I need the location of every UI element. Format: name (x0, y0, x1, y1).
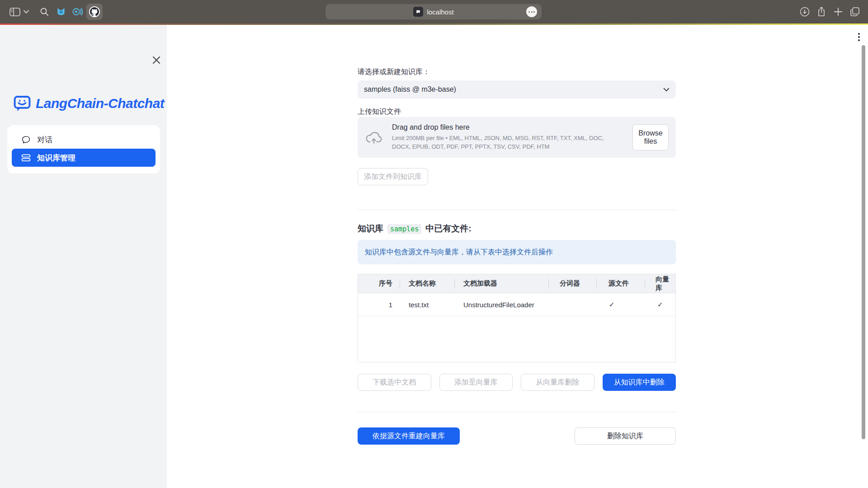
scrollbar[interactable] (862, 45, 865, 439)
page-favicon (413, 7, 423, 17)
col-header-source: 源文件 (596, 274, 645, 293)
tab-overview-icon[interactable] (849, 0, 861, 23)
download-selected-button[interactable]: 下载选中文档 (358, 374, 431, 391)
chevron-down-icon[interactable] (23, 0, 30, 23)
kb-files-heading: 知识库samples中已有文件: (358, 223, 472, 235)
dropzone-title: Drag and drop files here (392, 123, 623, 131)
ellipsis-icon[interactable] (526, 6, 537, 17)
browse-files-button[interactable]: Browse files (632, 124, 669, 150)
share-icon[interactable] (816, 0, 827, 23)
cell-index: 1 (358, 293, 400, 316)
browser-toolbar: localhost (0, 0, 868, 23)
col-header-vector: 向量库 (645, 274, 675, 293)
heading-suffix: 中已有文件: (425, 223, 471, 235)
kb-select[interactable]: samples (faiss @ m3e-base) (358, 80, 676, 99)
upload-label: 上传知识文件 (358, 107, 401, 117)
address-bar[interactable]: localhost (326, 4, 542, 19)
file-dropzone[interactable]: Drag and drop files here Limit 200MB per… (358, 117, 676, 158)
sidebar-nav: 对话 知识库管理 (7, 125, 160, 174)
cell-doc-name: test.txt (400, 293, 454, 316)
app-menu-icon[interactable] (854, 30, 863, 44)
cloud-upload-icon (365, 131, 383, 144)
file-actions: 下载选中文档 添加至向量库 从向量库删除 从知识库中删除 (358, 374, 676, 391)
col-header-index: 序号 (358, 274, 400, 293)
app-logo: LangChain-Chatchat (14, 95, 164, 112)
sidebar-toggle-icon[interactable] (9, 0, 21, 23)
cell-vector-check: ✓ (645, 293, 675, 316)
add-to-vector-button[interactable]: 添加至向量库 (439, 374, 513, 391)
address-url: localhost (427, 8, 453, 16)
new-tab-icon[interactable] (833, 0, 844, 23)
main-content: 请选择或新建知识库： samples (faiss @ m3e-base) 上传… (167, 25, 868, 488)
sidebar-item-chat[interactable]: 对话 (12, 131, 156, 149)
chat-bubble-icon (21, 135, 31, 145)
sidebar-item-kb-management[interactable]: 知识库管理 (12, 149, 156, 167)
ripple-star-extension-icon[interactable] (71, 0, 83, 23)
delete-kb-button[interactable]: 删除知识库 (575, 427, 676, 445)
delete-from-kb-button[interactable]: 从知识库中删除 (603, 374, 676, 391)
heading-prefix: 知识库 (358, 223, 383, 235)
table-row[interactable]: 1 test.txt UnstructuredFileLoader ✓ ✓ (358, 293, 675, 316)
kb-select-label: 请选择或新建知识库： (358, 67, 430, 77)
github-logo (89, 6, 100, 17)
download-icon[interactable] (799, 0, 810, 23)
table-header-row: 序号 文档名称 文档加载器 分词器 源文件 向量库 (358, 274, 675, 293)
cat-extension-icon[interactable] (56, 0, 66, 23)
kb-stack-icon (21, 154, 31, 162)
cell-source-check: ✓ (596, 293, 645, 316)
divider (358, 210, 676, 210)
divider (358, 412, 676, 412)
cell-splitter (548, 293, 596, 316)
sidebar-close-icon[interactable] (149, 53, 164, 67)
github-extension-icon[interactable] (86, 4, 103, 20)
info-alert-text: 知识库中包含源文件与向量库，请从下表中选择文件后操作 (365, 248, 553, 257)
kb-files-table: 序号 文档名称 文档加载器 分词器 源文件 向量库 1 test.txt Uns… (358, 274, 676, 362)
col-header-splitter: 分词器 (548, 274, 596, 293)
screen: localhost (0, 0, 868, 488)
chatchat-logo-icon (14, 95, 31, 112)
col-header-name: 文档名称 (400, 274, 454, 293)
dropzone-text: Drag and drop files here Limit 200MB per… (392, 123, 623, 151)
info-alert: 知识库中包含源文件与向量库，请从下表中选择文件后操作 (358, 240, 676, 264)
dropzone-hint: Limit 200MB per file • EML, HTML, JSON, … (392, 134, 623, 151)
remove-from-vector-button[interactable]: 从向量库删除 (521, 374, 594, 391)
cell-loader: UnstructuredFileLoader (454, 293, 548, 316)
kb-name-code: samples (387, 224, 421, 234)
search-icon[interactable] (39, 0, 50, 23)
sidebar-item-label: 对话 (37, 135, 52, 145)
app-logo-text: LangChain-Chatchat (36, 96, 164, 111)
select-chevron-down-icon (663, 88, 670, 92)
rebuild-vector-store-button[interactable]: 依据源文件重建向量库 (358, 427, 460, 445)
sidebar: LangChain-Chatchat 对话 知识库管理 (0, 25, 167, 488)
sidebar-item-label: 知识库管理 (37, 153, 75, 163)
add-files-to-kb-button[interactable]: 添加文件到知识库 (358, 168, 428, 185)
kb-select-value: samples (faiss @ m3e-base) (364, 85, 663, 94)
col-header-loader: 文档加载器 (454, 274, 548, 293)
